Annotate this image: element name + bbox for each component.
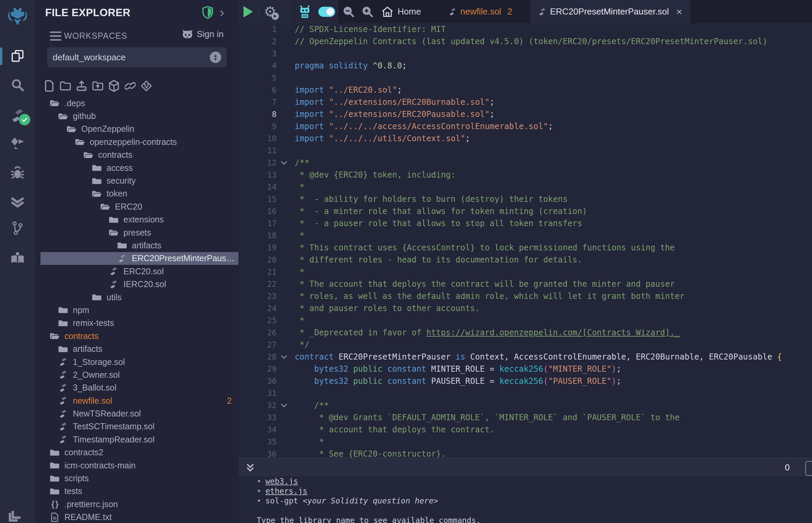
activity-git[interactable] (0, 216, 35, 240)
tab-erc20presetminterpauser-sol[interactable]: ERC20PresetMinterPauser.sol × (530, 0, 690, 23)
tree-file-erc20presetminterpauser-[interactable]: ERC20PresetMinterPauser... (40, 252, 239, 265)
tree-folder-contracts2[interactable]: contracts2 (40, 446, 239, 459)
activity-file-explorer[interactable] (0, 44, 35, 68)
ai-robot-icon[interactable] (295, 0, 315, 23)
code-line-30[interactable]: 30 bytes32 public constant PAUSER_ROLE =… (239, 375, 812, 387)
close-tab-icon[interactable]: × (676, 6, 683, 18)
tree-folder-utils[interactable]: utils (40, 291, 239, 304)
tree-folder-contracts[interactable]: contracts (40, 149, 239, 161)
tab-home[interactable]: Home (382, 0, 421, 23)
tree-file-1-storage-sol[interactable]: 1_Storage.sol (40, 356, 239, 368)
code-line-17[interactable]: 17 * - a pauser role that allows to stop… (239, 217, 812, 230)
tree-file-2-owner-sol[interactable]: 2_Owner.sol (40, 368, 239, 381)
code-line-4[interactable]: 4pragma solidity ^0.8.0; (239, 60, 812, 72)
code-line-27[interactable]: 27 */ (239, 339, 812, 351)
code-line-3[interactable]: 3 (239, 48, 812, 60)
activity-plugins[interactable] (0, 246, 35, 270)
tree-file-erc20-sol[interactable]: ERC20.sol (40, 265, 239, 278)
code-line-2[interactable]: 2// OpenZeppelin Contracts (last updated… (239, 35, 812, 48)
tree-file-3-ballot-sol[interactable]: 3_Ballot.sol (40, 381, 239, 394)
tree-file-timestampreader-sol[interactable]: TimestampReader.sol (40, 433, 239, 446)
cube-icon[interactable] (109, 78, 119, 94)
copilot-toggle-on[interactable] (315, 0, 338, 23)
upload-folder-icon[interactable] (92, 78, 103, 94)
tree-file-readme-txt[interactable]: README.txt (40, 511, 239, 523)
code-line-29[interactable]: 29 bytes32 public constant MINTER_ROLE =… (239, 363, 812, 375)
tab-newfile-sol[interactable]: newfile.sol 2 (441, 0, 520, 23)
code-line-9[interactable]: 9import "../../../access/AccessControlEn… (239, 120, 812, 132)
tree-folder-tests[interactable]: tests (40, 485, 239, 498)
code-line-10[interactable]: 10import "../../../utils/Context.sol"; (239, 132, 812, 145)
tree-file-newfile-sol[interactable]: newfile.sol2 (40, 394, 239, 407)
code-line-31[interactable]: 31 (239, 387, 812, 399)
tree-file-newtsreader-sol[interactable]: NewTSReader.sol (40, 407, 239, 420)
tree-file--prettierrc-json[interactable]: { }.prettierrc.json (40, 498, 239, 510)
tree-folder-extensions[interactable]: extensions (40, 213, 239, 226)
tree-folder-presets[interactable]: presets (40, 226, 239, 239)
tree-folder-erc20[interactable]: ERC20 (40, 200, 239, 213)
activity-solidity-compiler[interactable] (0, 104, 35, 127)
tree-folder-contracts[interactable]: contracts (40, 329, 239, 342)
git-clone-icon[interactable] (141, 78, 152, 94)
code-line-32[interactable]: 32 /** (239, 399, 812, 412)
code-line-12[interactable]: 12/** (239, 157, 812, 169)
code-line-28[interactable]: 28contract ERC20PresetMinterPauser is Co… (239, 351, 812, 363)
code-line-35[interactable]: 35 * (239, 436, 812, 448)
code-line-1[interactable]: 1// SPDX-License-Identifier: MIT (239, 23, 812, 35)
workspace-select[interactable]: default_workspace ▲▼ (47, 47, 227, 67)
code-line-13[interactable]: 13 * @dev {ERC20} token, including: (239, 169, 812, 181)
link-icon[interactable] (125, 78, 136, 94)
terminal-list-item[interactable]: •ethers.js (239, 486, 812, 496)
remix-logo[interactable] (5, 4, 30, 28)
zoom-out-icon[interactable] (339, 0, 358, 23)
tree-folder-github[interactable]: github (40, 109, 239, 122)
tree-folder--deps[interactable]: .deps (40, 97, 239, 109)
tree-folder-openzeppelin[interactable]: OpenZeppelin (40, 123, 239, 136)
code-line-22[interactable]: 22 * The account that deploys the contra… (239, 278, 812, 290)
code-line-25[interactable]: 25 * (239, 314, 812, 327)
code-line-33[interactable]: 33 * @dev Grants `DEFAULT_ADMIN_ROLE`, `… (239, 412, 812, 423)
fold-chevron-icon[interactable] (277, 157, 292, 169)
activity-debugger[interactable] (0, 161, 35, 185)
code-editor[interactable]: 1// SPDX-License-Identifier: MIT2// Open… (239, 23, 812, 458)
new-file-icon[interactable] (44, 78, 55, 94)
code-line-8[interactable]: 8import "../extensions/ERC20Pausable.sol… (239, 108, 812, 120)
tree-folder-remix-tests[interactable]: remix-tests (40, 317, 239, 329)
activity-search[interactable] (0, 73, 35, 97)
sign-in-button[interactable]: Sign in (181, 29, 224, 39)
tree-folder-openzeppelin-contracts[interactable]: openzeppelin-contracts (40, 136, 239, 148)
code-line-15[interactable]: 15 * - ability for holders to burn (dest… (239, 193, 812, 205)
code-line-6[interactable]: 6import "../ERC20.sol"; (239, 84, 812, 96)
chevron-right-icon[interactable]: › (220, 5, 224, 20)
activity-deploy-and-run[interactable] (0, 131, 35, 155)
zoom-in-icon[interactable] (358, 0, 377, 23)
run-script-button[interactable] (239, 0, 257, 23)
code-line-18[interactable]: 18 * (239, 230, 812, 241)
terminal-expand-icon[interactable] (246, 463, 254, 473)
terminal-output[interactable]: •web3.js•ethers.js•sol-gpt <your Solidit… (239, 476, 812, 523)
fold-chevron-icon[interactable] (277, 399, 292, 412)
code-line-36[interactable]: 36 * See {ERC20-constructor}. (239, 448, 812, 458)
code-line-7[interactable]: 7import "../extensions/ERC20Burnable.sol… (239, 96, 812, 108)
terminal-search-input[interactable] (805, 461, 812, 476)
fold-chevron-icon[interactable] (277, 351, 292, 363)
code-line-23[interactable]: 23 * roles, as well as the default admin… (239, 290, 812, 302)
terminal-list-item[interactable]: •web3.js (239, 476, 812, 486)
code-line-21[interactable]: 21 * (239, 266, 812, 278)
code-line-14[interactable]: 14 * (239, 181, 812, 193)
collapse-sidebar-icon[interactable] (5, 511, 21, 523)
tree-file-testsctimestamp-sol[interactable]: TestSCTimestamp.sol (40, 420, 239, 433)
code-line-11[interactable]: 11 (239, 145, 812, 157)
tree-file-ierc20-sol[interactable]: IERC20.sol (40, 278, 239, 290)
tree-folder-access[interactable]: access (40, 161, 239, 174)
code-line-16[interactable]: 16 * - a minter role that allows for tok… (239, 205, 812, 217)
code-line-20[interactable]: 20 * different roles - head to its docum… (239, 254, 812, 266)
code-line-34[interactable]: 34 * account that deploys the contract. (239, 423, 812, 436)
code-line-5[interactable]: 5 (239, 72, 812, 84)
new-folder-icon[interactable] (60, 78, 71, 94)
code-line-24[interactable]: 24 * and pauser roles to other accounts. (239, 302, 812, 314)
upload-file-icon[interactable] (76, 78, 87, 94)
run-config-gear-button[interactable]: ⚙ (261, 0, 280, 23)
workspaces-menu-icon[interactable] (49, 30, 62, 42)
tree-folder-security[interactable]: security (40, 174, 239, 187)
